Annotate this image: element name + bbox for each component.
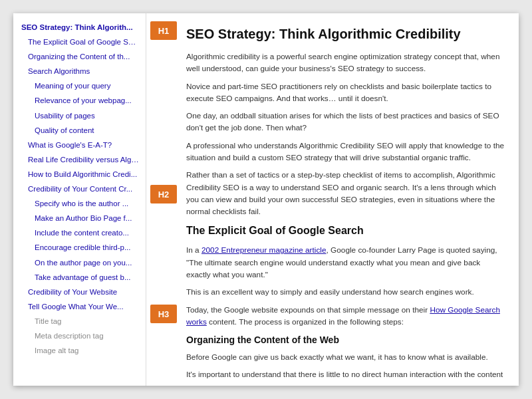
sidebar-item-4[interactable]: Meaning of your query: [13, 78, 146, 93]
main-window: SEO Strategy: Think Algorith...The Expli…: [13, 13, 519, 386]
sidebar-item-3[interactable]: Search Algorithms: [13, 64, 146, 78]
sidebar-item-20[interactable]: Title tag: [13, 314, 146, 329]
sidebar-item-21[interactable]: Meta description tag: [13, 329, 146, 343]
sidebar-item-13[interactable]: Make an Author Bio Page f...: [13, 211, 146, 225]
sidebar-item-12[interactable]: Specify who is the author ...: [13, 196, 146, 211]
sidebar-item-8[interactable]: What is Google's E-A-T?: [13, 138, 146, 152]
sidebar-item-5[interactable]: Relevance of your webpag...: [13, 93, 146, 108]
paragraph-5: Rather than a set of tactics or a step-b…: [186, 169, 507, 217]
sidebar-item-19[interactable]: Tell Google What Your We...: [13, 299, 146, 314]
paragraph-6: In a 2002 Entrepreneur magazine article,…: [186, 244, 507, 281]
paragraph-9-0: Before Google can give us back exactly w…: [186, 351, 507, 363]
paragraph-8: Today, the Google website expounds on th…: [186, 304, 507, 329]
sidebar-item-22[interactable]: Image alt tag: [13, 343, 146, 358]
sidebar-item-15[interactable]: Encourage credible third-p...: [13, 240, 146, 255]
paragraph-1: Algorithmic credibility is a powerful se…: [186, 51, 507, 75]
sidebar-item-18[interactable]: Credibility of Your Website: [13, 285, 146, 299]
paragraph-2: Novice and part-time SEO practitioners r…: [186, 80, 507, 105]
how-search-works-link[interactable]: How Google Search works: [186, 305, 500, 327]
sidebar-item-11[interactable]: Credibility of Your Content Cr...: [13, 182, 146, 196]
sidebar-item-9[interactable]: Real Life Credibility versus Algo...: [13, 152, 146, 167]
article-link[interactable]: 2002 Entrepreneur magazine article: [201, 245, 327, 255]
heading-2: The Explicit Goal of Google Search: [186, 223, 507, 239]
paragraph-9-1: It's important to understand that there …: [186, 368, 507, 386]
sidebar-item-17[interactable]: Take advantage of guest b...: [13, 270, 146, 285]
heading-3: Organizing the Content of the Web: [186, 333, 507, 347]
heading-badge-h1: H1: [150, 21, 177, 40]
sidebar-item-16[interactable]: On the author page on you...: [13, 255, 146, 270]
heading-badge-h2: H2: [150, 185, 177, 203]
heading-markers-column: H1H2H3: [146, 13, 181, 386]
sidebar: SEO Strategy: Think Algorith...The Expli…: [13, 13, 146, 386]
sidebar-item-14[interactable]: Include the content creato...: [13, 225, 146, 240]
content-area: SEO Strategy: Think Algorithmic Credibil…: [181, 13, 519, 386]
sidebar-item-2[interactable]: Organizing the Content of th...: [13, 49, 146, 64]
sidebar-item-1[interactable]: The Explicit Goal of Google Sea...: [13, 35, 146, 49]
heading-1: SEO Strategy: Think Algorithmic Credibil…: [186, 24, 507, 44]
sidebar-item-6[interactable]: Usability of pages: [13, 108, 146, 123]
paragraph-7: This is an excellent way to simply and e…: [186, 286, 507, 298]
paragraph-4: A professional who understands Algorithm…: [186, 140, 507, 164]
sidebar-item-7[interactable]: Quality of content: [13, 123, 146, 138]
sidebar-item-0[interactable]: SEO Strategy: Think Algorith...: [13, 20, 146, 35]
sidebar-item-10[interactable]: How to Build Algorithmic Credi...: [13, 167, 146, 182]
paragraph-3: One day, an oddball situation arises for…: [186, 110, 507, 134]
heading-badge-h3: H3: [150, 305, 177, 323]
